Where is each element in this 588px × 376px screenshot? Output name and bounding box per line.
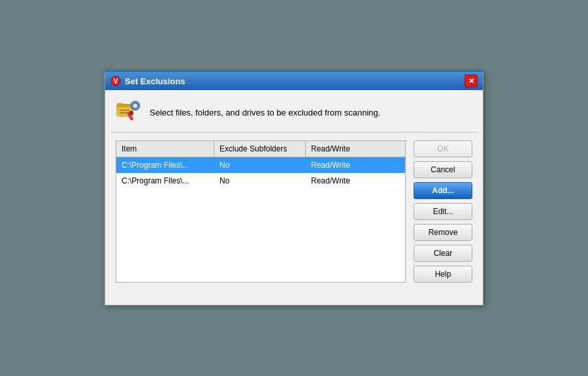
cancel-button[interactable]: Cancel [414,161,472,178]
add-button[interactable]: Add... [414,182,472,199]
table-row[interactable]: C:\Program Files\... No Read/Write [116,157,405,173]
column-header-rw: Read/Write [306,141,405,157]
svg-point-10 [133,104,137,108]
table-row[interactable]: C:\Program Files\... No Read/Write [116,173,405,189]
dialog-body: Item Exclude Subfolders Read/Write C:\Pr… [105,133,483,293]
column-header-item: Item [116,141,214,157]
svg-rect-14 [138,105,140,106]
title-bar-left: V Set Exclusions [110,76,185,86]
svg-rect-4 [117,103,123,106]
svg-rect-5 [120,110,130,111]
buttons-panel: OK Cancel Add... Edit... Remove Clear He… [414,140,472,283]
svg-rect-11 [135,101,136,103]
svg-text:V: V [114,78,118,85]
set-exclusions-dialog: V Set Exclusions ✕ [105,70,483,306]
app-icon: V [110,76,121,86]
dialog-header: Select files, folders, and drives to be … [105,90,483,132]
dialog-title: Set Exclusions [125,76,185,86]
help-button[interactable]: Help [414,266,472,283]
svg-rect-12 [135,108,136,110]
cell-item-2: C:\Program Files\... [116,173,214,189]
title-bar: V Set Exclusions ✕ [105,72,483,90]
header-icon [116,99,142,125]
cell-rw-1: Read/Write [306,157,405,173]
cell-exclude-1: No [214,157,306,173]
svg-point-8 [129,111,133,115]
close-button[interactable]: ✕ [465,74,478,87]
exclusions-table: Item Exclude Subfolders Read/Write C:\Pr… [116,140,406,283]
svg-rect-13 [131,105,133,106]
remove-button[interactable]: Remove [414,224,472,241]
table-header: Item Exclude Subfolders Read/Write [116,141,405,157]
cell-rw-2: Read/Write [306,173,405,189]
clear-button[interactable]: Clear [414,245,472,262]
edit-button[interactable]: Edit... [414,203,472,220]
header-description: Select files, folders, and drives to be … [150,108,380,118]
column-header-exclude: Exclude Subfolders [214,141,306,157]
ok-button[interactable]: OK [414,140,472,157]
svg-rect-6 [120,112,127,114]
cell-item-1: C:\Program Files\... [116,157,214,173]
cell-exclude-2: No [214,173,306,189]
